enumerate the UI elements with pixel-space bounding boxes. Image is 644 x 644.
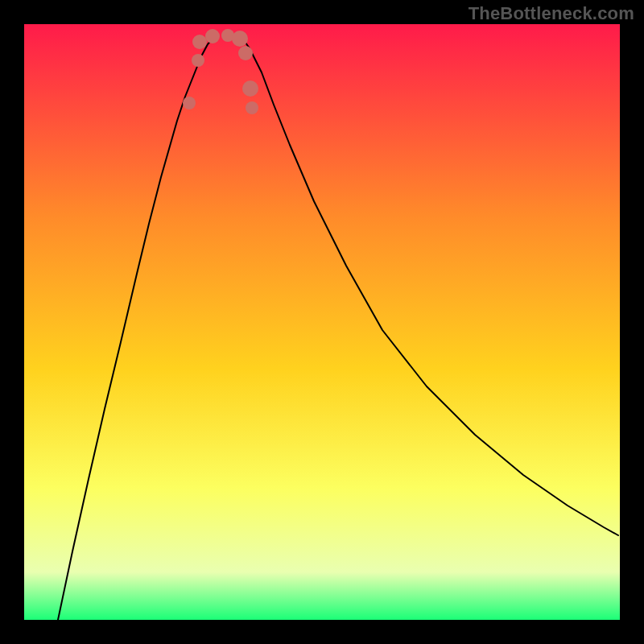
chart-frame: TheBottleneck.com [0, 0, 644, 644]
watermark-text: TheBottleneck.com [469, 3, 634, 24]
plot-area [24, 24, 620, 620]
chart-svg [24, 24, 620, 620]
data-marker [246, 101, 258, 114]
data-marker [242, 80, 258, 97]
data-marker [238, 46, 253, 60]
gradient-background [24, 24, 620, 620]
data-marker [232, 31, 248, 47]
data-marker [192, 35, 207, 49]
data-marker [183, 97, 196, 109]
data-marker [205, 29, 220, 43]
data-marker [192, 54, 204, 67]
